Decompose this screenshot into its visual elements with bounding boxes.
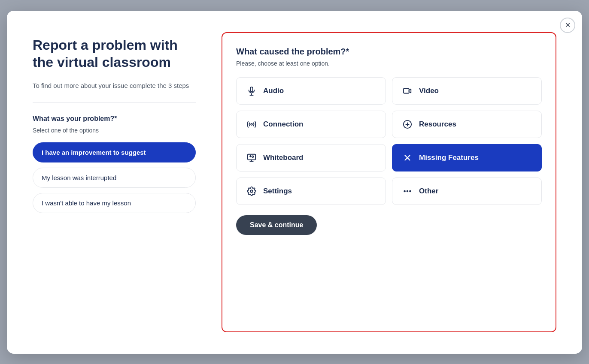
plus-circle-icon	[402, 119, 413, 130]
option-whiteboard-label: Whiteboard	[263, 153, 304, 162]
problem-label: What was your problem?*	[33, 115, 196, 123]
option-resources[interactable]: Resources	[392, 111, 542, 138]
option-whiteboard[interactable]: Whiteboard	[236, 144, 386, 171]
x-icon	[402, 152, 413, 163]
svg-point-14	[250, 190, 253, 193]
option-resources-label: Resources	[419, 120, 456, 129]
option-video-label: Video	[419, 87, 439, 95]
svg-rect-0	[250, 87, 253, 91]
page-title: Report a problem with the virtual classr…	[33, 36, 196, 71]
problem-title: What caused the problem?*	[236, 47, 542, 57]
svg-point-15	[404, 190, 405, 192]
option-interrupted[interactable]: My lesson was interrupted	[33, 168, 196, 188]
close-icon: ✕	[565, 21, 571, 29]
left-panel: Report a problem with the virtual classr…	[33, 32, 196, 332]
option-interrupted-label: My lesson was interrupted	[42, 174, 116, 181]
option-unable[interactable]: I wasn't able to have my lesson	[33, 193, 196, 213]
option-other[interactable]: Other	[392, 177, 542, 205]
option-video[interactable]: Video	[392, 77, 542, 105]
dots-icon	[402, 186, 413, 197]
svg-point-16	[407, 190, 408, 192]
close-button[interactable]: ✕	[560, 18, 575, 33]
svg-point-4	[251, 123, 252, 125]
svg-rect-8	[248, 154, 255, 159]
select-hint: Select one of the options	[33, 127, 196, 134]
option-other-label: Other	[419, 187, 438, 196]
problem-hint: Please, choose at least one option.	[236, 60, 542, 67]
svg-point-11	[252, 156, 254, 157]
modal: ✕ Report a problem with the virtual clas…	[7, 11, 582, 354]
option-unable-label: I wasn't able to have my lesson	[42, 199, 131, 207]
save-continue-button[interactable]: Save & continue	[236, 215, 317, 235]
save-continue-label: Save & continue	[250, 221, 303, 229]
option-missing-features[interactable]: Missing Features	[392, 144, 542, 171]
right-panel: What caused the problem?* Please, choose…	[222, 32, 556, 332]
option-audio-label: Audio	[263, 87, 284, 95]
option-audio[interactable]: Audio	[236, 77, 386, 105]
option-connection[interactable]: Connection	[236, 111, 386, 138]
option-missing-features-label: Missing Features	[419, 153, 479, 162]
svg-rect-3	[404, 88, 409, 93]
whiteboard-icon	[246, 152, 257, 163]
gear-icon	[246, 186, 257, 197]
subtitle: To find out more about your issue comple…	[33, 81, 196, 91]
options-grid: Audio Video	[236, 77, 542, 205]
option-settings-label: Settings	[263, 187, 292, 196]
option-improvement-label: I have an improvement to suggest	[42, 149, 146, 156]
wifi-icon	[246, 119, 257, 130]
option-settings[interactable]: Settings	[236, 177, 386, 205]
mic-icon	[246, 85, 257, 96]
divider	[33, 102, 196, 103]
option-connection-label: Connection	[263, 120, 304, 129]
svg-point-17	[410, 190, 411, 192]
video-icon	[402, 85, 413, 96]
option-improvement[interactable]: I have an improvement to suggest	[33, 142, 196, 162]
